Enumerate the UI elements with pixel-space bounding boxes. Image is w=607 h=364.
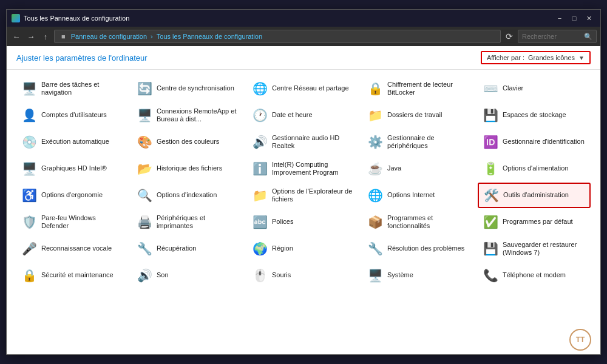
item-label-0: Barre des tâches et navigation [41, 81, 125, 96]
control-item-35[interactable]: 🔒Sécurité et maintenance [16, 263, 129, 288]
control-item-26[interactable]: 🖨️Périphériques et imprimantes [132, 209, 245, 235]
item-icon-25: 🛡️ [21, 214, 38, 231]
control-item-20[interactable]: ♿Options d'ergonomie [16, 183, 129, 208]
item-icon-27: 🔤 [251, 214, 268, 231]
control-item-14[interactable]: 🆔Gestionnaire d'identification [478, 129, 591, 155]
control-item-6[interactable]: 🖥️Connexions RemoteApp et Bureau à dist.… [132, 103, 245, 128]
item-icon-6: 🖥️ [136, 107, 153, 124]
item-icon-28: 📦 [367, 214, 384, 231]
control-item-7[interactable]: 🕐Date et heure [247, 103, 360, 128]
control-item-18[interactable]: ☕Java [362, 156, 475, 181]
control-item-10[interactable]: 💿Exécution automatique [16, 129, 129, 155]
search-input[interactable] [522, 33, 582, 40]
view-label: Afficher par : [487, 54, 524, 61]
item-icon-8: 📁 [367, 107, 384, 124]
item-label-31: Récupération [157, 244, 196, 252]
control-item-12[interactable]: 🔊Gestionnaire audio HD Realtek [247, 129, 360, 155]
item-label-4: Clavier [503, 84, 523, 92]
item-icon-14: 🆔 [482, 133, 499, 150]
address-bar: ← → ↑ ■ Panneau de configuration › Tous … [7, 27, 600, 46]
control-item-0[interactable]: 🖥️Barre des tâches et navigation [16, 76, 129, 101]
control-item-16[interactable]: 📂Historique des fichiers [132, 156, 245, 181]
control-panel-grid: 🖥️Barre des tâches et navigation🔄Centre … [7, 70, 600, 354]
address-path[interactable]: ■ Panneau de configuration › Tous les Pa… [54, 30, 501, 43]
maximize-button[interactable]: □ [568, 13, 581, 24]
forward-button[interactable]: → [25, 30, 37, 42]
item-icon-4: ⌨️ [482, 80, 499, 97]
control-item-31[interactable]: 🔧Récupération [132, 236, 245, 261]
control-item-32[interactable]: 🌍Région [247, 236, 360, 261]
top-bar: Ajuster les paramètres de l'ordinateur A… [7, 46, 600, 70]
item-label-20: Options d'ergonomie [41, 191, 103, 199]
control-item-1[interactable]: 🔄Centre de synchronisation [132, 76, 245, 101]
control-item-2[interactable]: 🌐Centre Réseau et partage [247, 76, 360, 101]
item-icon-18: ☕ [367, 160, 384, 177]
control-item-39[interactable]: 📞Téléphone et modem [478, 263, 591, 288]
item-icon-20: ♿ [21, 187, 38, 204]
back-button[interactable]: ← [10, 30, 22, 42]
item-icon-24: 🛠️ [483, 187, 500, 204]
item-icon-26: 🖨️ [136, 214, 153, 231]
control-item-33[interactable]: 🔧Résolution des problèmes [362, 236, 475, 261]
view-value: Grandes icônes [528, 54, 575, 61]
item-icon-9: 💾 [482, 107, 499, 124]
item-icon-31: 🔧 [136, 240, 153, 257]
item-label-17: Intel(R) Computing Improvement Program [272, 161, 356, 177]
item-label-22: Options de l'Explorateur de fichiers [272, 187, 356, 203]
control-item-25[interactable]: 🛡️Pare-feu Windows Defender [16, 209, 129, 235]
item-icon-0: 🖥️ [21, 80, 38, 97]
item-icon-38: 🖥️ [367, 267, 384, 284]
control-item-13[interactable]: ⚙️Gestionnaire de périphériques [362, 129, 475, 155]
control-item-27[interactable]: 🔤Polices [247, 209, 360, 235]
control-item-11[interactable]: 🎨Gestion des couleurs [132, 129, 245, 155]
up-button[interactable]: ↑ [39, 30, 52, 42]
title-bar-icon [12, 14, 20, 22]
item-icon-30: 🎤 [21, 240, 38, 257]
control-item-21[interactable]: 🔍Options d'indexation [132, 183, 245, 208]
item-label-30: Reconnaissance vocale [41, 244, 112, 252]
item-label-7: Date et heure [272, 111, 313, 119]
item-icon-16: 📂 [136, 160, 153, 177]
item-icon-34: 💾 [482, 240, 499, 257]
control-item-29[interactable]: ✅Programmes par défaut [478, 209, 591, 235]
item-label-2: Centre Réseau et partage [272, 84, 349, 92]
item-label-37: Souris [272, 271, 291, 279]
item-icon-5: 👤 [21, 107, 38, 124]
control-item-5[interactable]: 👤Comptes d'utilisateurs [16, 103, 129, 128]
control-item-36[interactable]: 🔊Son [132, 263, 245, 288]
search-box[interactable]: 🔍 [518, 30, 597, 43]
control-item-8[interactable]: 📁Dossiers de travail [362, 103, 475, 128]
item-label-15: Graphiques HD Intel® [41, 164, 107, 172]
item-icon-7: 🕐 [251, 107, 268, 124]
control-item-23[interactable]: 🌐Options Internet [362, 183, 475, 208]
control-item-37[interactable]: 🖱️Souris [247, 263, 360, 288]
item-icon-11: 🎨 [136, 133, 153, 150]
refresh-button[interactable]: ⟳ [503, 30, 515, 42]
control-item-19[interactable]: 🔋Options d'alimentation [478, 156, 591, 181]
item-icon-10: 💿 [21, 133, 38, 150]
control-item-3[interactable]: 🔒Chiffrement de lecteur BitLocker [362, 76, 475, 101]
control-item-38[interactable]: 🖥️Système [362, 263, 475, 288]
control-item-28[interactable]: 📦Programmes et fonctionnalités [362, 209, 475, 235]
close-button[interactable]: ✕ [582, 13, 595, 24]
item-icon-12: 🔊 [251, 133, 268, 150]
control-item-30[interactable]: 🎤Reconnaissance vocale [16, 236, 129, 261]
item-label-39: Téléphone et modem [503, 271, 566, 279]
item-icon-35: 🔒 [21, 267, 38, 284]
item-label-13: Gestionnaire de périphériques [387, 134, 471, 150]
control-item-15[interactable]: 🖥️Graphiques HD Intel® [16, 156, 129, 181]
title-bar: Tous les Panneaux de configuration − □ ✕ [7, 10, 600, 27]
item-label-1: Centre de synchronisation [157, 84, 234, 92]
control-item-17[interactable]: ℹ️Intel(R) Computing Improvement Program [247, 156, 360, 181]
control-item-22[interactable]: 📁Options de l'Explorateur de fichiers [247, 183, 360, 208]
item-label-5: Comptes d'utilisateurs [41, 111, 107, 119]
control-item-34[interactable]: 💾Sauvegarder et restaurer (Windows 7) [478, 236, 591, 261]
minimize-button[interactable]: − [553, 13, 566, 24]
control-item-4[interactable]: ⌨️Clavier [478, 76, 591, 101]
item-icon-21: 🔍 [136, 187, 153, 204]
control-item-9[interactable]: 💾Espaces de stockage [478, 103, 591, 128]
control-item-24[interactable]: 🛠️Outils d'administration [478, 183, 591, 208]
item-label-33: Résolution des problèmes [387, 244, 464, 252]
item-label-14: Gestionnaire d'identification [503, 138, 585, 146]
view-selector[interactable]: Afficher par : Grandes icônes ▼ [481, 51, 591, 64]
